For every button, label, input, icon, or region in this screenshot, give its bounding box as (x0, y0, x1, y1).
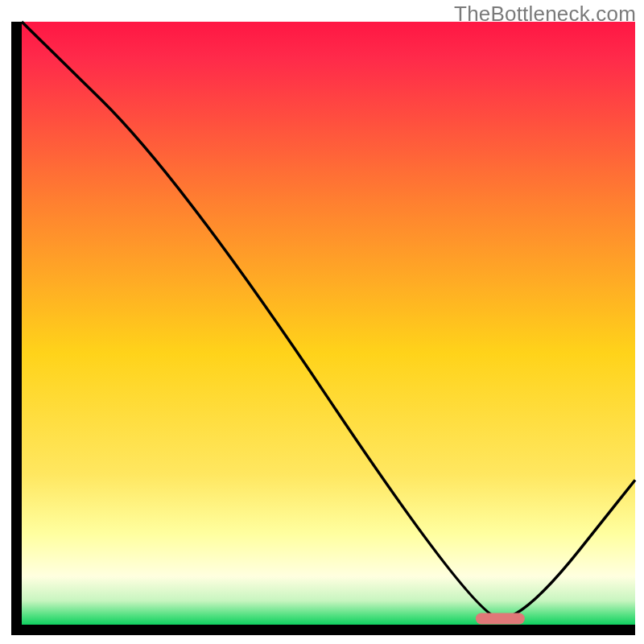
axis-frame-bottom (11, 625, 635, 635)
site-watermark: TheBottleneck.com (454, 2, 636, 27)
optimal-range-marker (476, 613, 525, 625)
bottleneck-chart: TheBottleneck.com (0, 0, 644, 644)
chart-svg-root (0, 0, 644, 644)
axis-frame-left (11, 22, 22, 635)
